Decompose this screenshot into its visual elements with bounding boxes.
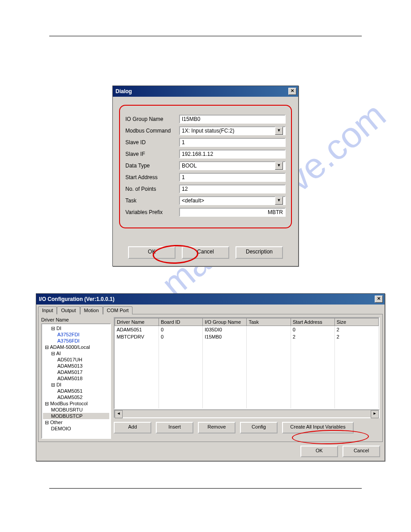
tree-item[interactable]: ADAM5051: [43, 388, 109, 394]
tree-item[interactable]: ADAM5052: [43, 394, 109, 400]
table-row[interactable]: [115, 405, 379, 409]
column-header[interactable]: Board ID: [159, 318, 203, 326]
table-row[interactable]: [115, 376, 379, 383]
tree-item[interactable]: ⊟ DI: [43, 382, 109, 388]
chevron-down-icon[interactable]: ▼: [275, 127, 283, 135]
tree-item[interactable]: ⊟ ADAM-5000/Local: [43, 344, 109, 350]
description-button[interactable]: Description: [235, 246, 283, 259]
dialog1-title: Dialog: [116, 88, 132, 94]
label-data-type: Data Type: [125, 163, 179, 169]
driver-name-label: Driver Name: [41, 317, 111, 322]
table-row[interactable]: ADAM50510I035DI002: [115, 326, 379, 334]
select-task-value: <default>: [182, 197, 204, 204]
column-header[interactable]: Size: [334, 318, 378, 326]
label-start-address: Start Address: [125, 174, 179, 180]
table-row[interactable]: [115, 348, 379, 355]
create-all-input-variables-button[interactable]: Create All Input Variables: [282, 422, 354, 433]
cancel-button[interactable]: Cancel: [342, 446, 380, 457]
table-row[interactable]: [115, 362, 379, 369]
input-start-address[interactable]: 1: [179, 173, 286, 182]
tree-item[interactable]: ⊟ Other: [43, 419, 109, 425]
close-icon[interactable]: ✕: [375, 296, 383, 303]
label-slave-if: Slave IF: [125, 151, 179, 157]
select-data-type-value: BOOL: [182, 163, 197, 169]
input-slave-id[interactable]: 1: [179, 138, 286, 147]
scroll-right-icon[interactable]: ►: [371, 410, 379, 418]
tree-item[interactable]: AD5017UH: [43, 356, 109, 363]
dialog-io-configuration: I/O Configuration (Ver:1.0.0.1) ✕ Input …: [36, 293, 385, 461]
top-divider: [49, 36, 362, 36]
select-modbus-command-value: 1X: Input status(FC:2): [182, 128, 234, 134]
table-row[interactable]: [115, 369, 379, 376]
dialog1-titlebar: Dialog ✕: [113, 86, 298, 97]
table-row[interactable]: [115, 383, 379, 390]
label-modbus-command: Modbus Command: [125, 128, 179, 134]
dialog-io-group: Dialog ✕ IO Group Name I15MB0 Modbus Com…: [112, 86, 299, 266]
bottom-divider: [49, 488, 362, 489]
tree-item[interactable]: ⊟ DI: [43, 325, 109, 331]
table-row[interactable]: MBTCPDRV0I15MB022: [115, 333, 379, 340]
column-header[interactable]: Task: [247, 318, 291, 326]
insert-button[interactable]: Insert: [156, 422, 193, 433]
label-slave-id: Slave ID: [125, 139, 179, 146]
tree-item[interactable]: MODBUSTCP: [43, 413, 109, 419]
tree-item[interactable]: DEMOIO: [43, 425, 109, 432]
ok-button[interactable]: OK: [128, 246, 176, 259]
tree-item[interactable]: A3752FDI: [43, 331, 109, 338]
table-row[interactable]: [115, 390, 379, 398]
column-header[interactable]: Start Address: [291, 318, 334, 326]
select-task[interactable]: <default> ▼: [179, 196, 286, 205]
tree-item[interactable]: ADAM5013: [43, 363, 109, 369]
form-highlight-ring: IO Group Name I15MB0 Modbus Command 1X: …: [119, 105, 292, 228]
tab-motion[interactable]: Motion: [80, 306, 103, 314]
input-no-of-points[interactable]: 12: [179, 184, 286, 193]
ok-button[interactable]: OK: [300, 446, 338, 457]
driver-tree[interactable]: ⊟ DIA3752FDIA3756FDI⊟ ADAM-5000/Local⊟ A…: [41, 323, 111, 439]
label-no-of-points: No. of Points: [125, 186, 179, 192]
tree-item[interactable]: A3756FDI: [43, 338, 109, 344]
dialog2-title: I/O Configuration (Ver:1.0.0.1): [39, 296, 115, 302]
close-icon[interactable]: ✕: [288, 88, 296, 95]
input-variables-prefix[interactable]: MBTR: [179, 208, 286, 217]
tree-item[interactable]: MODBUSRTU: [43, 407, 109, 413]
tabbar: Input Output Motion COM Port: [38, 306, 383, 314]
tree-item[interactable]: ADAM5018: [43, 375, 109, 382]
select-modbus-command[interactable]: 1X: Input status(FC:2) ▼: [179, 126, 286, 135]
table-row[interactable]: [115, 355, 379, 362]
input-io-group-name[interactable]: I15MB0: [179, 115, 286, 124]
scroll-left-icon[interactable]: ◄: [115, 410, 123, 418]
table-row[interactable]: [115, 398, 379, 405]
label-io-group-name: IO Group Name: [125, 116, 179, 122]
tree-item[interactable]: ADAM5017: [43, 369, 109, 375]
input-slave-if[interactable]: 192.168.1.12: [179, 150, 286, 159]
config-button[interactable]: Config: [240, 422, 278, 433]
remove-button[interactable]: Remove: [198, 422, 235, 433]
column-header[interactable]: I/O Group Name: [203, 318, 247, 326]
label-variables-prefix: Variables Prefix: [125, 209, 179, 215]
tree-item[interactable]: ⊟ ModBus Protocol: [43, 400, 109, 407]
chevron-down-icon[interactable]: ▼: [275, 197, 283, 205]
add-button[interactable]: Add: [114, 422, 151, 433]
tree-item[interactable]: ⊟ AI: [43, 350, 109, 356]
column-header[interactable]: Driver Name: [115, 318, 159, 326]
select-data-type[interactable]: BOOL ▼: [179, 161, 286, 170]
dialog2-titlebar: I/O Configuration (Ver:1.0.0.1) ✕: [36, 294, 385, 305]
table-row[interactable]: [115, 340, 379, 348]
horizontal-scrollbar[interactable]: ◄ ►: [114, 409, 380, 418]
label-task: Task: [125, 197, 179, 204]
chevron-down-icon[interactable]: ▼: [275, 162, 283, 170]
tab-com-port[interactable]: COM Port: [103, 306, 133, 314]
cancel-button[interactable]: Cancel: [182, 246, 229, 259]
io-grid[interactable]: Driver NameBoard IDI/O Group NameTaskSta…: [114, 317, 380, 409]
tab-input[interactable]: Input: [38, 306, 57, 314]
tab-output[interactable]: Output: [57, 306, 80, 314]
